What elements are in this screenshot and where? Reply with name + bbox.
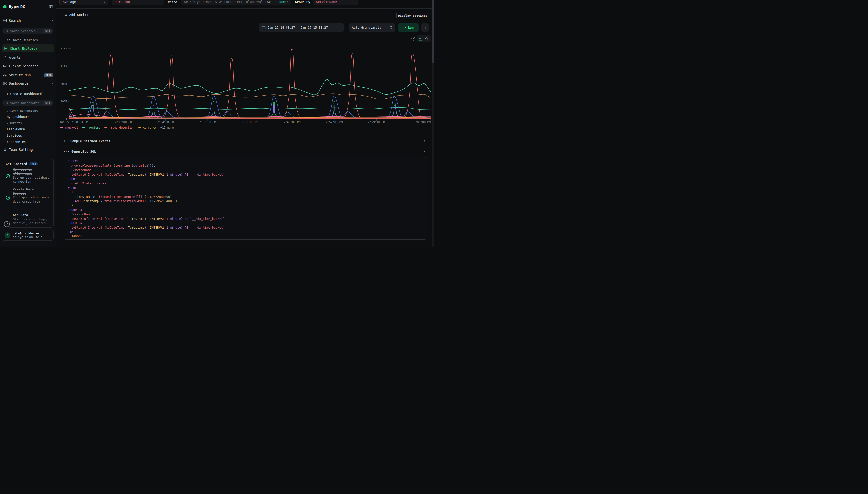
timeseries-chart[interactable]: 1.6B1.2B800M400M0Jan 27 2:08:00 PM2:17:0… [56,45,434,126]
x-axis-label: 2:17:00 PM [115,120,132,124]
sidebar-item-alerts[interactable]: Alerts [3,55,53,60]
generated-sql-code[interactable]: SELECT AVG(toFloat64OrDefault (toString … [64,157,426,240]
legend-item[interactable]: frontend [82,126,100,129]
list-icon [64,139,68,143]
sidebar-item-search[interactable]: Search ∧ [3,18,53,23]
legend-item[interactable]: checkout [60,126,78,129]
get-started-item-connect[interactable]: Connect to ClickHouse Set up your databa… [13,168,50,184]
beta-badge: BETA [44,73,53,77]
sql-line: toStartOfInterval (toDateTime (Timestamp… [68,225,423,230]
chevron-down-icon[interactable]: ∨ [423,139,425,142]
where-label: Where [168,0,177,4]
group-by-label: Group By [295,0,310,4]
sidebar-item-chart-explorer[interactable]: Chart Explorer [2,44,54,52]
sql-mode-toggle[interactable]: SQL [267,0,272,4]
display-settings-button[interactable]: Display Settings [397,12,429,19]
chevron-up-icon[interactable]: ∧ [52,82,53,85]
chart-type-toggle [417,35,430,42]
sidebar-item-clickhouse[interactable]: ClickHouse [7,127,26,131]
get-started-title: Get Started [5,162,27,166]
aggregation-value: Average [63,0,76,4]
saved-dashboards-input[interactable]: Saved Dashboards ⌘ K [2,100,53,106]
line-chart-icon[interactable] [419,37,423,41]
x-axis-label: Jan 27 2:08:00 PM [59,120,88,124]
check-circle-icon [5,174,10,178]
divider [56,134,434,134]
saved-searches-input[interactable]: Saved Searches ⌘ K [2,28,53,34]
group-by-input[interactable]: ServiceName [313,0,358,5]
lucene-mode-toggle[interactable]: Lucene [278,0,288,4]
main-content: Average ∨ Duration Where Search your eve… [56,0,434,247]
collapse-sidebar-button[interactable] [49,5,53,9]
date-range-button[interactable]: Jan 27 14:08:27 - Jan 27 15:08:27 [259,23,344,32]
chevron-up-icon[interactable]: ∧ [423,150,425,153]
aggregation-select[interactable]: Average ∨ [59,0,108,5]
sample-events-header[interactable]: Sample Matched Events [64,137,110,145]
sidebar-item-kubernetes[interactable]: Kubernetes [7,140,26,144]
sql-line: ) [68,203,423,208]
sql-line: FROM [68,177,423,181]
up-down-chevron-icon [390,25,392,30]
x-axis-label: 2:59:00 PM [368,120,385,124]
gear-icon: ⚙ [3,148,7,152]
legend-item[interactable]: currency [138,126,156,129]
sidebar-item-service-map[interactable]: Service Map BETA [3,72,53,78]
legend-more-link[interactable]: +12 more [160,126,174,129]
sql-line: AVG(toFloat64OrDefault (toString (Durati… [68,164,423,168]
generated-sql-header[interactable]: </> Generated SQL [64,148,96,155]
granularity-select[interactable]: Auto Granularity [349,23,396,32]
sql-line: LIMIT [68,230,423,234]
run-button[interactable]: Run [398,23,419,32]
add-series-button[interactable]: ⊕ Add Series [64,13,88,17]
kbd-shortcut: ⌘ K [44,101,52,105]
granularity-value: Auto Granularity [352,26,381,30]
sidebar-item-services[interactable]: Services [7,134,22,137]
series-service-c [69,101,430,119]
search-query-input[interactable]: Search your events w/ Lucene ex: column:… [181,0,291,5]
field-value: Duration [115,0,130,4]
scrollbar-thumb[interactable] [432,0,434,63]
user-name: dale@clickhouse.… [13,232,44,235]
time-icon-button[interactable] [411,36,416,41]
help-button[interactable]: ? [2,220,11,228]
chevron-down-icon: ∨ [103,1,105,4]
get-started-item-add-data[interactable]: Add Data Start sending logs, metrics, or… [13,213,50,225]
field-input[interactable]: Duration [112,0,164,5]
sql-line: toStartOfInterval (toDateTime (Timestamp… [68,217,423,221]
chevron-up-icon[interactable]: ∧ [52,19,53,22]
series-service-b [69,108,430,110]
sidebar-item-team-settings[interactable]: ⚙ Team Settings [3,147,53,153]
scrollbar[interactable] [432,0,434,247]
more-options-button[interactable]: ⋮ [421,23,429,32]
sql-line: GROUP BY [68,208,423,212]
sidebar-item-label: Service Map [9,73,31,77]
hyperdx-logo-icon [3,5,7,9]
add-series-label: Add Series [70,13,88,17]
sql-line: Timestamp >= fromUnixTimestamp64Milli (1… [68,195,423,199]
sidebar-item-dashboards[interactable]: Dashboards ∧ [3,80,53,87]
avatar: D [5,232,11,238]
sql-line: ServiceName, [68,168,423,172]
brand-name: HyperDX [9,5,25,9]
search-icon [5,101,8,105]
y-axis-label: 800M [61,82,67,86]
presets-header[interactable]: ∨PRESETS [6,122,22,125]
divider [56,146,434,146]
user-account-card[interactable]: D dale@clickhouse.… dale@clickhouse.c… › [2,230,54,241]
saved-searches-placeholder: Saved Searches [10,29,36,33]
saved-dashboards-placeholder: Saved Dashboards [10,101,39,105]
get-started-item-sources[interactable]: Create Data Sources Configure where your… [13,188,50,204]
sidebar-item-label: Team Settings [9,148,35,152]
create-dashboard-button[interactable]: + Create Dashboard [6,91,53,97]
legend-item[interactable]: fraud-detection [104,126,134,129]
saved-dashboards-header[interactable]: ∨SAVED DASHBOARDS [6,110,38,113]
chevron-up-icon[interactable]: ∧ [33,162,35,165]
date-range-value: Jan 27 14:08:27 - Jan 27 15:08:27 [268,26,328,30]
sidebar-item-client-sessions[interactable]: Client Sessions [3,63,53,69]
chevron-down-icon: ∨ [6,122,8,125]
series-service-g [69,118,430,118]
series-service-a [69,94,430,99]
get-started-header[interactable]: Get Started 2/3 ∧ [5,162,38,166]
bar-chart-icon[interactable] [425,37,429,41]
sidebar-item-my-dashboard[interactable]: My Dashboard [7,115,30,119]
